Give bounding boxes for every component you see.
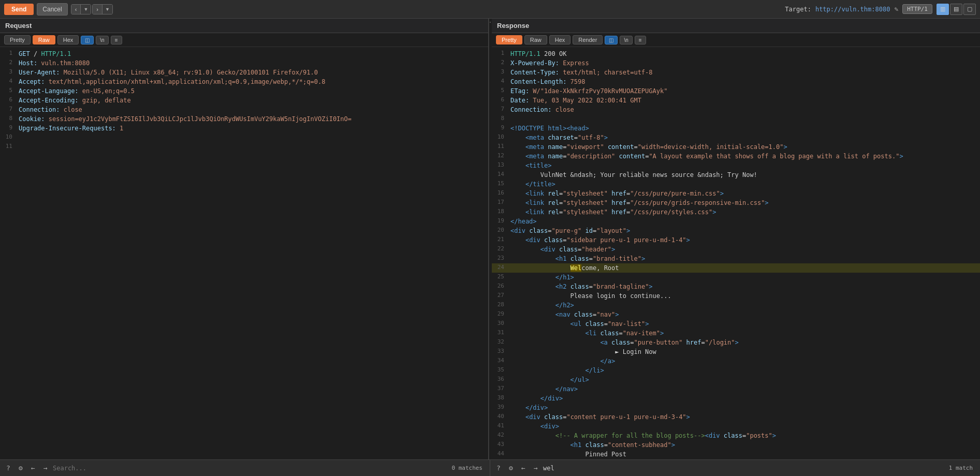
request-panel: Request Pretty Raw Hex ◫ \n ≡ 1 GET / HT… [0, 19, 489, 459]
response-icon-btn-1[interactable]: ◫ [605, 36, 618, 44]
request-tab-bar: Pretty Raw Hex ◫ \n ≡ [0, 33, 488, 47]
request-line-4: 4 Accept: text/html,application/xhtml+xm… [0, 77, 488, 86]
response-line-26: 26 <h2 class="brand-tagline"> [492, 282, 980, 291]
response-forward-icon[interactable]: → [531, 464, 541, 472]
response-line-15: 15 </title> [492, 180, 980, 189]
request-line-2: 2 Host: vuln.thm:8080 [0, 58, 488, 68]
response-line-18: 18 <link rel="stylesheet" href="/css/pur… [492, 207, 980, 217]
response-line-36: 36 </ul> [492, 375, 980, 384]
response-line-16: 16 <link rel="stylesheet" href="/css/pur… [492, 189, 980, 198]
forward-button[interactable]: › [93, 5, 102, 14]
response-tab-render[interactable]: Render [573, 35, 603, 44]
response-line-43: 43 <h1 class="content-subhead"> [492, 440, 980, 450]
request-line-7: 7 Connection: close [0, 105, 488, 114]
request-icon-btn-1[interactable]: ◫ [81, 36, 94, 44]
forward-arrow-group: › ▼ [92, 4, 113, 14]
response-tab-raw[interactable]: Raw [524, 35, 547, 44]
response-line-24: 24 Welcome, Root [492, 263, 980, 273]
response-settings-icon[interactable]: ⚙ [506, 464, 516, 472]
toolbar-right: Target: http://vuln.thm:8080 ✎ HTTP/1 ▥ … [785, 4, 976, 15]
response-line-33: 33 ► Login Now [492, 347, 980, 356]
target-url: http://vuln.thm:8080 [815, 6, 890, 13]
request-tab-raw[interactable]: Raw [33, 35, 55, 44]
response-line-7: 7 Connection: close [492, 105, 980, 114]
request-line-8: 8 Cookie: session=eyJ1c2VybmFtZSI6IlJvb3… [0, 114, 488, 124]
response-line-42: 42 <!-- A wrapper for all the blog posts… [492, 431, 980, 440]
response-back-icon[interactable]: ← [518, 464, 529, 472]
request-icon-btn-3[interactable]: ≡ [111, 36, 122, 44]
response-line-23: 23 <h1 class="brand-title"> [492, 254, 980, 263]
back-arrow-group: ‹ ▼ [71, 4, 92, 14]
response-line-35: 35 </li> [492, 366, 980, 375]
response-tab-pretty[interactable]: Pretty [496, 35, 522, 44]
request-matches-label: 0 matches [447, 465, 487, 471]
request-line-6: 6 Accept-Encoding: gzip, deflate [0, 96, 488, 105]
response-tab-bar: Pretty Raw Hex Render ◫ \n ≡ [492, 33, 980, 47]
response-line-38: 38 </div> [492, 394, 980, 403]
forward-dropdown[interactable]: ▼ [102, 5, 112, 14]
edit-icon[interactable]: ✎ [894, 5, 898, 13]
single-view-button[interactable]: ▢ [963, 4, 976, 15]
request-settings-icon[interactable]: ⚙ [16, 464, 26, 472]
response-line-37: 37 </nav> [492, 384, 980, 394]
cancel-button[interactable]: Cancel [37, 3, 67, 16]
send-button[interactable]: Send [4, 4, 34, 15]
response-panel: Response Pretty Raw Hex Render ◫ \n ≡ 1 … [492, 19, 980, 459]
response-line-34: 34 </a> [492, 356, 980, 366]
request-tab-hex[interactable]: Hex [57, 35, 79, 44]
response-title: Response [497, 22, 529, 29]
request-header: Request [0, 19, 488, 33]
response-line-2: 2 X-Powered-By: Express [492, 58, 980, 68]
back-button[interactable]: ‹ [71, 5, 81, 14]
response-line-12: 12 <meta name="description" content="A l… [492, 152, 980, 161]
response-matches-label: 1 match [945, 465, 977, 471]
response-line-1: 1 HTTP/1.1 200 OK [492, 49, 980, 58]
request-line-10: 10 [0, 133, 488, 142]
response-line-20: 20 <div class="pure-g" id="layout"> [492, 226, 980, 235]
response-line-31: 31 <li class="nav-item"> [492, 329, 980, 338]
response-line-10: 10 <meta charset="utf-8"> [492, 133, 980, 142]
response-header: Response [492, 19, 980, 33]
response-line-11: 11 <meta name="viewport" content="width=… [492, 142, 980, 152]
response-line-41: 41 <div> [492, 422, 980, 431]
request-title: Request [5, 22, 32, 29]
request-code-area[interactable]: 1 GET / HTTP/1.1 2 Host: vuln.thm:8080 3… [0, 47, 488, 459]
request-line-11: 11 [0, 142, 488, 152]
response-line-22: 22 <div class="header"> [492, 245, 980, 254]
request-search-section: ? ⚙ ← → 0 matches [0, 460, 490, 476]
response-tab-hex[interactable]: Hex [549, 35, 571, 44]
http-version-badge[interactable]: HTTP/1 [902, 4, 932, 14]
response-code-area[interactable]: 1 HTTP/1.1 200 OK 2 X-Powered-By: Expres… [492, 47, 980, 459]
response-icon-btn-2[interactable]: \n [620, 36, 632, 44]
nav-arrows: ‹ ▼ › ▼ [71, 4, 113, 14]
split-view-button[interactable]: ▥ [937, 4, 949, 15]
response-line-5: 5 ETag: W/"1dae-XkNkrfzPvy70kRvMUOAZEPUG… [492, 86, 980, 96]
request-icon-btn-2[interactable]: \n [96, 36, 108, 44]
toolbar-left: Send Cancel ‹ ▼ › ▼ [4, 3, 113, 16]
response-line-19: 19 </head> [492, 217, 980, 226]
response-line-28: 28 </h2> [492, 301, 980, 310]
request-line-1: 1 GET / HTTP/1.1 [0, 49, 488, 58]
response-line-25: 25 </h1> [492, 273, 980, 282]
request-tab-pretty[interactable]: Pretty [4, 35, 31, 44]
response-icon-btn-3[interactable]: ≡ [635, 36, 646, 44]
request-back-icon[interactable]: ← [28, 464, 38, 472]
request-search-input[interactable] [53, 465, 445, 472]
response-line-13: 13 <title> [492, 161, 980, 170]
response-line-3: 3 Content-Type: text/html; charset=utf-8 [492, 68, 980, 77]
target-label: Target: [785, 6, 811, 13]
response-line-29: 29 <nav class="nav"> [492, 310, 980, 319]
top-toolbar: Send Cancel ‹ ▼ › ▼ Target: http://vuln.… [0, 0, 980, 19]
request-forward-icon[interactable]: → [40, 464, 51, 472]
horizontal-split-button[interactable]: ▤ [950, 4, 962, 15]
request-line-3: 3 User-Agent: Mozilla/5.0 (X11; Linux x8… [0, 68, 488, 77]
response-line-21: 21 <div class="sidebar pure-u-1 pure-u-m… [492, 235, 980, 245]
request-line-5: 5 Accept-Language: en-US,en;q=0.5 [0, 86, 488, 96]
view-mode-buttons: ▥ ▤ ▢ [937, 4, 976, 15]
response-line-14: 14 VulnNet &ndash; Your reliable news so… [492, 170, 980, 180]
response-help-icon[interactable]: ? [493, 464, 504, 472]
request-help-icon[interactable]: ? [3, 464, 13, 472]
request-line-9: 9 Upgrade-Insecure-Requests: 1 [0, 124, 488, 133]
response-search-input[interactable] [543, 465, 943, 472]
back-dropdown[interactable]: ▼ [80, 5, 91, 14]
